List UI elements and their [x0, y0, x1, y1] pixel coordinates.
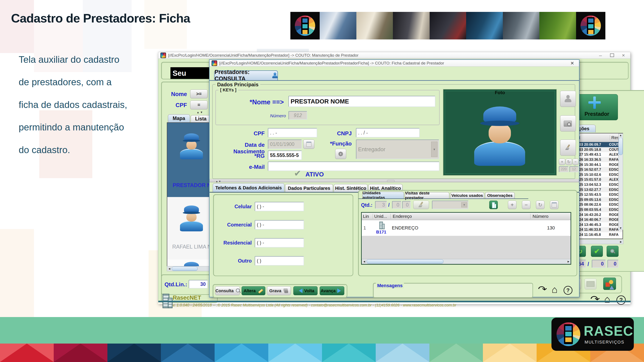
table-row[interactable]: 05-25 16:52:07.7EDSO [573, 167, 622, 172]
scroll-left-icon[interactable]: ◄ [362, 260, 366, 263]
table-row[interactable]: 06-03 20:05:18.8COUT [573, 147, 622, 152]
folder-search-icon [564, 120, 572, 127]
celular-input[interactable]: ( ) - [255, 202, 304, 211]
alteracoes-h-scrollbar[interactable]: ► [573, 239, 624, 244]
scroll-right-icon[interactable]: ► [618, 240, 623, 243]
home-icon[interactable]: ⌂ [604, 293, 610, 305]
zoom-in-button[interactable]: + [559, 159, 565, 165]
qtdlin-input[interactable]: 30 [189, 280, 208, 288]
volta-button[interactable]: Volta [293, 286, 318, 295]
undo-icon[interactable]: ↷ [538, 284, 547, 294]
undo-icon[interactable]: ↷ [590, 294, 600, 304]
cpf-input[interactable]: . . - [268, 128, 317, 137]
col-res[interactable]: Res [610, 135, 619, 140]
photo-refresh-button[interactable]: ↻ [566, 159, 572, 165]
tab-dados-particulares[interactable]: Dados Particulares [285, 184, 333, 192]
home-icon[interactable]: ⌂ [552, 284, 558, 295]
col-lin[interactable]: Lin [362, 214, 373, 219]
splitter-arrows-icon[interactable]: ▲ ▼ [190, 111, 209, 114]
gear-button[interactable] [335, 149, 346, 159]
confirm-button[interactable]: ✔ [591, 246, 603, 257]
funcao-value: Entregador [358, 146, 386, 153]
col-numero[interactable]: Número [530, 214, 548, 219]
table-row[interactable]: 05-24 11:46:33.8RAFA [573, 227, 622, 232]
tab-veiculos[interactable]: Veículos usados [450, 192, 484, 199]
nome-input[interactable]: PRESTADOR NOME [288, 96, 435, 107]
table-row[interactable]: 1 B171 ENDEREÇO 130 [362, 220, 570, 236]
outro-input[interactable]: ( ) - [255, 238, 304, 248]
tab-mapa[interactable]: Mapa [168, 114, 190, 122]
zoom-out-button[interactable]: − [572, 159, 578, 165]
email-icon[interactable] [584, 279, 596, 290]
table-row[interactable]: 06-03 20:06:09.7COUT [573, 142, 622, 147]
webcam-button[interactable] [560, 91, 576, 107]
table-row[interactable]: 05-25 15:10:02.6EDSO [573, 172, 622, 177]
funcao-select[interactable]: Entregador ▼ [356, 140, 439, 159]
table-row[interactable]: 05-26 16:33:36.5RAFA [573, 157, 622, 162]
tab-prestadores-consulta[interactable]: Prestadores: CONSULTA [214, 70, 278, 80]
minimize-icon[interactable]: – [596, 52, 605, 58]
help-icon[interactable]: ? [564, 286, 572, 295]
photo-cleaning [356, 12, 393, 39]
consulta-button[interactable]: Consulta [215, 286, 240, 295]
tab-telefones[interactable]: Telefones & Dados Adicionais [213, 183, 284, 192]
outro-input[interactable]: ( ) [255, 256, 304, 266]
building-list-button[interactable] [489, 201, 498, 209]
avanca-button[interactable]: Avança [320, 286, 344, 295]
unit-select[interactable]: ▼ [432, 201, 468, 209]
clear-photo-button[interactable] [560, 140, 576, 156]
outer-titlebar[interactable]: [//ExcPrc/Login/HOME/OcorrenciaUnidFicha… [158, 52, 630, 59]
tab-visitas[interactable]: Visitas deste prestador [405, 192, 449, 199]
table-row[interactable]: 05-27 15:49:43.1ALEX [573, 152, 622, 157]
tab-unidades-autorizadas[interactable]: Unidades autorizadas [362, 192, 404, 199]
browse-photo-button[interactable] [560, 115, 576, 131]
unidades-panel: Unidades autorizadas Visitas deste prest… [358, 190, 577, 276]
refresh-units-button[interactable]: ↻ [536, 201, 544, 209]
scroll-right-icon[interactable]: ► [566, 260, 571, 263]
table-row[interactable]: 05-24 13:46:45.3ROGE [573, 222, 622, 227]
add-unit-button[interactable]: + [508, 201, 516, 209]
window-bottom-edge [158, 301, 631, 302]
email-input[interactable] [268, 162, 440, 171]
comercial-input[interactable]: ( ) - [255, 220, 304, 229]
close-icon[interactable]: × [568, 60, 577, 67]
triangle [322, 344, 376, 362]
table-row[interactable]: 05-25 13:02:27.7EDSO [573, 187, 622, 192]
close-icon[interactable]: × [619, 52, 628, 58]
col-unid[interactable]: Unid... [373, 214, 390, 219]
remove-unit-button[interactable]: − [522, 201, 530, 209]
alteracoes-v-scrollbar[interactable]: ▲ ▼ [618, 133, 623, 230]
altera-button[interactable]: Altera [242, 286, 265, 295]
table-row[interactable]: 05-25 12:55:43.5EDSO [573, 192, 622, 197]
cpf-operator-button[interactable]: = [190, 100, 208, 109]
nome-operator-button[interactable]: >= [190, 89, 208, 98]
nascimento-input[interactable]: 01/01/1900 [268, 140, 302, 149]
grava-button[interactable]: Grava [267, 286, 291, 295]
table-row[interactable]: 05-25 08:06:22.6EDSO [573, 202, 622, 207]
tab-lista[interactable]: Lista [190, 115, 211, 122]
help-icon[interactable]: ? [616, 295, 626, 305]
table-row[interactable]: 05-25 08:03:55.4EDSO [573, 207, 622, 212]
table-row[interactable]: 05-25 15:01:57.0ALEX [573, 177, 622, 182]
tab-observacoes[interactable]: Observações [485, 192, 515, 199]
calendar-button[interactable] [303, 140, 314, 149]
table-row[interactable]: 05-24 16:40:06.7ROGE [573, 217, 622, 222]
person-icon [272, 72, 277, 79]
maximize-icon[interactable] [607, 52, 616, 58]
chip-button[interactable] [603, 278, 616, 290]
col-endereco[interactable]: Endereço [390, 214, 530, 219]
table-row[interactable]: 05-25 09:05:13.6EDSO [573, 197, 622, 202]
table-row[interactable]: 05-25 13:04:52.3EDSO [573, 182, 622, 187]
scroll-left-icon[interactable]: ◄ [167, 267, 172, 270]
search-person-button[interactable] [607, 246, 618, 257]
check-icon[interactable]: ✔ [294, 168, 301, 178]
calc-button[interactable] [550, 201, 558, 209]
cnpj-input[interactable]: . . / - [356, 128, 420, 137]
splitter-bar[interactable]: ▲ ▼ [210, 179, 579, 182]
table-row[interactable]: 05-26 15:30:44.1ROGE [573, 162, 622, 167]
rg-input[interactable]: 55.555.555-5 [268, 151, 302, 160]
table-row[interactable]: 05-24 11:16:45.8RAFA [573, 232, 622, 237]
clear-filter-button[interactable] [413, 201, 429, 209]
inner-titlebar[interactable]: [//ExcPrc/Login/HOME/OcorrenciaUnidFicha… [210, 60, 579, 67]
table-row[interactable]: 05-24 16:43:20.2ROGE [573, 212, 622, 217]
